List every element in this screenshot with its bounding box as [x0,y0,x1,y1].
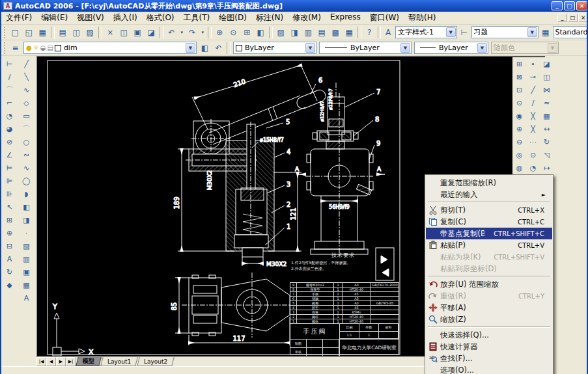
color-combo[interactable]: ByLayer ▼ [233,42,316,54]
text-style-combo[interactable]: 文字样式-1 ▼ [395,26,457,38]
plot-preview-button[interactable]: ◫ [70,26,83,39]
zoom-extents-button[interactable]: ◍ [512,161,526,174]
menu-express[interactable]: Express [326,11,365,25]
save-button[interactable]: ▦ [36,26,49,39]
dim-diameter-button[interactable]: ⊘ [3,135,16,148]
menu-dimension[interactable]: 标注(N) [251,11,288,25]
hatch-button[interactable]: ▨ [20,239,33,252]
help-button[interactable]: ? [363,26,376,39]
zoom-window-button[interactable]: ⊞ [512,57,526,70]
table-style-icon[interactable]: ▦ [540,26,552,39]
snap-from-button[interactable]: ⊸ [526,70,540,83]
dim-angular-button[interactable]: ∠ [3,148,16,161]
toolbar-grip[interactable] [4,42,7,54]
chevron-down-icon[interactable]: ▼ [527,27,537,37]
rotate-button[interactable]: ↻ [540,135,553,148]
layer-on-icon[interactable]: ● [26,44,32,51]
chevron-down-icon[interactable]: ▼ [186,43,195,53]
paste-button[interactable]: ▣ [131,26,145,39]
menu-item-cut[interactable]: 剪切(T)CTRL+X [426,204,552,216]
menu-draw[interactable]: 绘图(D) [214,11,251,25]
snap-intersection-button[interactable]: ╳ [526,109,540,122]
table-style-combo[interactable]: Standard [553,26,588,38]
zoom-dynamic-button[interactable]: ⊠ [512,70,526,83]
ellipse-arc-button[interactable]: ◗ [20,187,33,200]
tab-next-button[interactable]: ▶ [56,357,66,366]
tool-palettes-button[interactable]: ▥ [301,26,315,39]
cut-button[interactable]: × [104,26,117,39]
dim-tolerance-button[interactable]: ⊞ [3,213,16,226]
dim-style-combo[interactable]: 习题 ▼ [471,26,539,38]
insert-block-button[interactable]: ◧ [20,200,33,213]
chevron-down-icon[interactable]: ▼ [400,43,410,53]
menu-tools[interactable]: 工具(T) [179,11,215,25]
dim-ordinate-button[interactable]: ⌐ [3,96,16,109]
snap-extension-button[interactable]: ⋯ [526,135,540,148]
properties-button[interactable]: ▧ [274,26,288,39]
tab-model[interactable]: 模型 [76,357,101,366]
pan-button[interactable]: ⊕ [213,26,227,39]
layer-combo[interactable]: ● ☼ ◒ ▤ dim ▼ [23,42,197,54]
publish-button[interactable]: ▨ [83,26,97,39]
zoom-previous-button[interactable]: ◧ [254,26,268,39]
layer-properties-icon[interactable]: ≡ [8,42,22,55]
open-button[interactable]: ◱ [22,26,36,39]
snap-apparent-intersection-button[interactable]: ╳ [526,122,540,135]
redo-button[interactable]: ↷ [186,26,199,39]
dim-arc-length-button[interactable]: ⌒ [3,83,16,96]
tab-last-button[interactable]: ▶| [66,357,76,366]
zoom-realtime-button[interactable]: ⊙ [227,26,240,39]
temporary-track-point-button[interactable]: ∙ [526,57,540,70]
text-style-icon[interactable]: A [382,26,394,39]
redo-drop-button[interactable]: ▾ [199,26,206,39]
bottom-view[interactable]: 85 117 [171,273,298,345]
menu-item-options[interactable]: 选项(O)... [426,364,552,374]
zoom-object-button[interactable]: ◉ [512,109,526,122]
spline-button[interactable]: ∿ [20,161,33,174]
dim-linear-button[interactable]: ⊢ [3,57,16,70]
minimize-button[interactable]: _ [552,1,563,10]
zoom-center-button[interactable]: ⊙ [512,96,526,109]
dim-baseline-button[interactable]: ⊫ [3,174,16,187]
tab-first-button[interactable]: |◀ [36,357,46,366]
copy-object-button[interactable]: ◫ [540,70,553,83]
zoom-all-button[interactable]: ◎ [512,148,526,161]
chevron-down-icon[interactable]: ▼ [305,43,315,53]
menu-item-pan[interactable]: 平移(A) [426,302,552,314]
circle-button[interactable]: ○ [20,135,33,148]
dim-style-button[interactable]: ◆ [3,278,16,291]
menu-item-copy[interactable]: 复制(C)CTRL+C [426,216,552,228]
doc-minimize-button[interactable]: _ [557,14,567,22]
dim-center-mark-button[interactable]: ⊕ [3,226,16,239]
dim-aligned-button[interactable]: ∕ [3,70,16,83]
menu-item-find[interactable]: ab查找(F)... [426,353,552,364]
chevron-down-icon[interactable]: ▼ [477,43,487,53]
zoom-window-button[interactable]: ⊞ [240,26,254,39]
doc-close-button[interactable]: × [578,14,588,22]
menu-view[interactable]: 视图(V) [72,11,109,25]
snap-midpoint-button[interactable]: ∕ [526,96,540,109]
array-button[interactable]: ▦ [540,109,553,122]
dim-text-edit-button[interactable]: A [3,252,16,265]
dim-update-button[interactable]: ↻ [3,265,16,278]
tab-layout2[interactable]: Layout2 [137,357,175,366]
dim-style-icon[interactable]: ⊢ [458,26,470,39]
rectangle-button[interactable]: ▭ [20,109,33,122]
menu-window[interactable]: 窗口(W) [365,11,404,25]
dim-leader-button[interactable]: ↖ [3,200,16,213]
erase-button[interactable]: ◪ [540,57,553,70]
line-button[interactable]: ╱ [20,57,33,70]
undo-button[interactable]: ↶ [165,26,178,39]
tab-prev-button[interactable]: ◀ [46,357,56,366]
make-object-layer-icon[interactable]: ◧ [198,42,212,55]
menu-item-zoom[interactable]: 缩放(Z) [426,314,552,325]
mirror-button[interactable]: ⋈ [540,83,553,96]
toolbar-grip[interactable] [4,27,7,38]
offset-button[interactable]: ≈ [540,96,553,109]
layer-previous-icon[interactable]: ↶ [212,42,225,55]
menu-item-paste[interactable]: 粘贴(P)CTRL+V [426,239,552,251]
tab-layout1[interactable]: Layout1 [100,357,138,366]
side-view[interactable]: ø12H8/f7 ø12F8/h7 [295,83,385,256]
polygon-button[interactable]: ◇ [20,96,33,109]
menu-item-undo-zoom[interactable]: 放弃(U) 范围缩放 [426,278,552,290]
